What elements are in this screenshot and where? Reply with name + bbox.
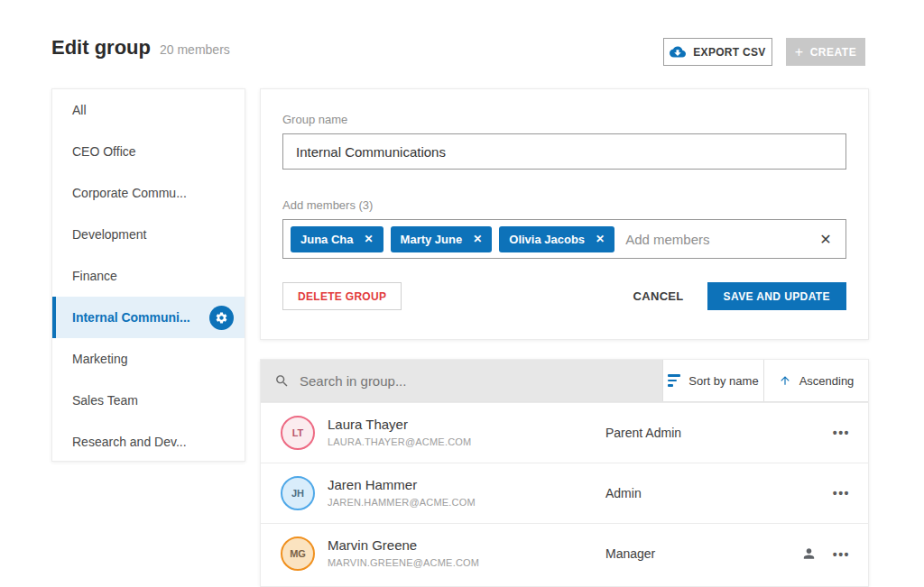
member-text: Marvin Greene MARVIN.GREENE@ACME.COM — [328, 537, 479, 568]
edit-group-form: Group name Add members (3) Juna Cha ✕ Ma… — [260, 88, 869, 340]
chip-label: Marty June — [401, 233, 463, 246]
sidebar-item-label: CEO Office — [72, 144, 136, 159]
member-chip[interactable]: Marty June ✕ — [391, 226, 493, 252]
sidebar-item-label: Corporate Commu... — [72, 186, 187, 200]
sidebar-item-sales-team[interactable]: Sales Team — [52, 380, 245, 421]
overflow-menu-button[interactable]: ••• — [833, 426, 850, 440]
group-name-label: Group name — [282, 113, 846, 126]
member-chip[interactable]: Olivia Jacobs ✕ — [499, 226, 614, 252]
member-row: JH Jaren Hammer JAREN.HAMMER@ACME.COM Ad… — [261, 463, 868, 523]
sidebar-item-label: Finance — [72, 269, 117, 283]
chip-label: Olivia Jacobs — [509, 233, 585, 246]
group-sidebar: All CEO Office Corporate Commu... Develo… — [51, 88, 245, 462]
row-actions: ••• — [833, 486, 850, 500]
create-button[interactable]: + CREATE — [786, 38, 865, 66]
cancel-button[interactable]: CANCEL — [633, 289, 684, 303]
member-text: Laura Thayer LAURA.THAYER@ACME.COM — [328, 417, 471, 447]
add-members-label: Add members (3) — [282, 198, 846, 212]
sidebar-item-ceo-office[interactable]: CEO Office — [52, 131, 245, 172]
member-role: Manager — [605, 546, 655, 561]
row-actions: ••• — [801, 546, 850, 562]
sidebar-item-finance[interactable]: Finance — [52, 255, 245, 297]
member-chip[interactable]: Juna Cha ✕ — [291, 226, 383, 252]
export-csv-label: EXPORT CSV — [693, 46, 765, 59]
avatar: LT — [281, 416, 315, 450]
person-button[interactable] — [801, 546, 817, 562]
member-email: JAREN.HAMMER@ACME.COM — [328, 497, 476, 508]
sidebar-item-label: Marketing — [72, 352, 127, 366]
person-icon — [801, 546, 817, 562]
delete-group-button[interactable]: DELETE GROUP — [282, 282, 402, 310]
sort-label: Sort by name — [688, 374, 758, 388]
chip-label: Juna Cha — [300, 233, 354, 246]
search-icon — [274, 373, 290, 389]
chip-remove-icon[interactable]: ✕ — [365, 233, 374, 245]
sidebar-item-label: All — [72, 103, 87, 117]
avatar: MG — [281, 537, 315, 571]
sidebar-item-label: Internal Communi... — [72, 310, 190, 325]
sort-icon — [668, 374, 680, 387]
edit-group-screen: Edit group20 members EXPORT CSV + CREATE… — [0, 0, 924, 587]
sidebar-item-all[interactable]: All — [52, 89, 245, 131]
page-header: Edit group20 members — [51, 36, 230, 60]
list-toolbar: Sort by name Ascending — [261, 360, 868, 402]
member-row: LT Laura Thayer LAURA.THAYER@ACME.COM Pa… — [261, 402, 868, 463]
member-row: MG Marvin Greene MARVIN.GREENE@ACME.COM … — [261, 523, 868, 583]
member-role: Parent Admin — [605, 426, 681, 440]
chip-remove-icon[interactable]: ✕ — [473, 233, 482, 245]
arrow-up-icon — [779, 374, 791, 387]
sidebar-item-label: Research and Dev... — [72, 435, 187, 449]
group-name-input[interactable] — [282, 133, 846, 170]
plus-icon: + — [795, 45, 804, 60]
avatar: JH — [281, 476, 315, 510]
member-text: Jaren Hammer JAREN.HAMMER@ACME.COM — [328, 477, 476, 508]
member-role: Admin — [605, 486, 642, 500]
member-name: Marvin Greene — [328, 537, 479, 553]
order-label: Ascending — [799, 374, 855, 388]
chip-remove-icon[interactable]: ✕ — [596, 233, 605, 245]
members-list: Sort by name Ascending LT Laura Thayer L… — [260, 359, 869, 587]
sidebar-item-development[interactable]: Development — [52, 214, 245, 255]
sidebar-item-research-dev[interactable]: Research and Dev... — [52, 421, 245, 463]
footer-actions: CANCEL SAVE AND UPDATE — [633, 282, 846, 310]
sort-by-name-button[interactable]: Sort by name — [662, 360, 763, 401]
sidebar-item-label: Development — [72, 227, 147, 242]
row-actions: ••• — [833, 426, 850, 440]
overflow-menu-button[interactable]: ••• — [833, 486, 850, 500]
member-name: Jaren Hammer — [328, 477, 476, 492]
group-settings-button[interactable] — [209, 306, 234, 330]
add-members-field[interactable]: Juna Cha ✕ Marty June ✕ Olivia Jacobs ✕ … — [282, 219, 846, 259]
clear-icon: ✕ — [819, 231, 831, 248]
ascending-button[interactable]: Ascending — [763, 360, 868, 401]
member-name: Laura Thayer — [328, 417, 471, 432]
member-count: 20 members — [160, 42, 230, 57]
overflow-menu-button[interactable]: ••• — [833, 546, 850, 561]
sidebar-item-label: Sales Team — [72, 393, 138, 408]
cloud-download-icon — [670, 46, 686, 58]
page-title: Edit group — [51, 36, 151, 59]
search-field[interactable] — [261, 360, 662, 401]
sidebar-item-corporate-comm[interactable]: Corporate Commu... — [52, 172, 245, 214]
member-email: MARVIN.GREENE@ACME.COM — [328, 557, 479, 568]
add-members-input[interactable] — [625, 232, 806, 247]
sidebar-item-marketing[interactable]: Marketing — [52, 338, 245, 380]
form-footer: DELETE GROUP CANCEL SAVE AND UPDATE — [282, 282, 846, 310]
create-label: CREATE — [810, 46, 856, 59]
save-and-update-button[interactable]: SAVE AND UPDATE — [707, 282, 846, 310]
search-input[interactable] — [300, 373, 649, 389]
sidebar-item-internal-comm[interactable]: Internal Communi... — [52, 297, 245, 338]
gear-icon — [215, 311, 228, 325]
member-email: LAURA.THAYER@ACME.COM — [328, 436, 471, 447]
clear-members-button[interactable]: ✕ — [806, 220, 845, 258]
export-csv-button[interactable]: EXPORT CSV — [663, 38, 772, 66]
